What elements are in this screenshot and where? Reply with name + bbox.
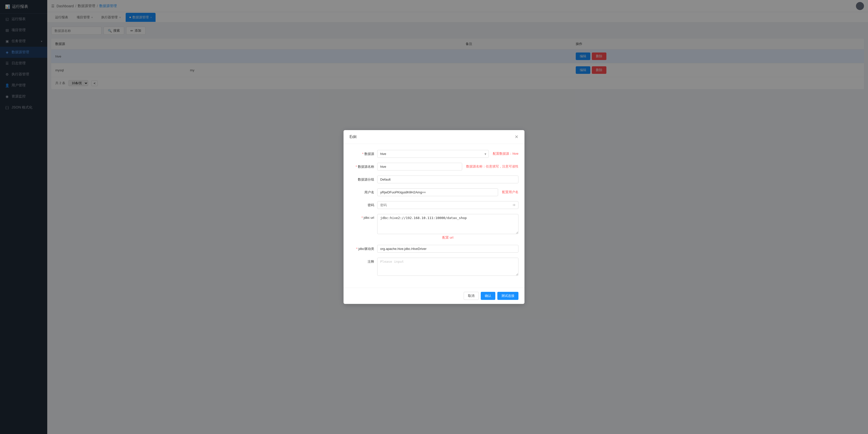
edit-modal: Edit ✕ 数据源 hive ▾ 配置数据源：hive [344, 130, 524, 304]
username-field-wrap [377, 188, 498, 196]
username-control-wrap: 配置用户名 [377, 188, 519, 196]
password-field-wrap: 👁 [377, 201, 519, 209]
comment-control-wrap [377, 258, 519, 276]
comment-textarea[interactable] [377, 258, 519, 276]
jdbc-driver-input[interactable] [377, 245, 519, 253]
modal-body: 数据源 hive ▾ 配置数据源：hive 数据源名称 [344, 144, 524, 288]
datasource-control-wrap: hive ▾ 配置数据源：hive [377, 150, 519, 158]
form-row-datasource: 数据源 hive ▾ 配置数据源：hive [349, 150, 519, 158]
form-row-jdbc-driver: jdbc驱动类 [349, 245, 519, 253]
datasource-name-input[interactable] [377, 163, 462, 170]
datasource-name-hint: 数据源名称：任意填写，注意可读性 [466, 163, 519, 169]
modal-footer: 取消 确认 测试连接 [344, 288, 524, 304]
datasource-select[interactable]: hive [377, 150, 489, 158]
modal-close-button[interactable]: ✕ [515, 134, 519, 140]
password-label: 密码 [349, 201, 377, 207]
datasource-name-label: 数据源名称 [349, 163, 377, 169]
datasource-group-input[interactable] [377, 175, 519, 183]
test-connection-button[interactable]: 测试连接 [497, 292, 519, 300]
form-row-datasource-name: 数据源名称 数据源名称：任意填写，注意可读性 [349, 163, 519, 170]
datasource-group-field-wrap [377, 175, 519, 183]
jdbc-driver-control-wrap [377, 245, 519, 253]
jdbc-url-label: jdbc url [349, 214, 377, 220]
datasource-group-control-wrap [377, 175, 519, 183]
cancel-button[interactable]: 取消 [464, 292, 479, 300]
jdbc-url-textarea[interactable] [377, 214, 519, 234]
jdbc-driver-label: jdbc驱动类 [349, 245, 377, 251]
username-hint: 配置用户名 [502, 188, 519, 194]
datasource-select-wrap: hive ▾ [377, 150, 489, 158]
modal-title: Edit [349, 135, 356, 139]
form-row-username: 用户名 配置用户名 [349, 188, 519, 196]
username-input[interactable] [377, 188, 498, 196]
jdbc-driver-field-wrap [377, 245, 519, 253]
datasource-hint: 配置数据源：hive [493, 150, 519, 156]
datasource-name-control-wrap: 数据源名称：任意填写，注意可读性 [377, 163, 519, 170]
confirm-button[interactable]: 确认 [481, 292, 495, 300]
jdbc-url-control-wrap: 配置 url [377, 214, 519, 240]
form-row-password: 密码 👁 [349, 201, 519, 209]
eye-icon[interactable]: 👁 [513, 203, 516, 207]
comment-field-wrap [377, 258, 519, 276]
datasource-group-label: 数据源分组 [349, 175, 377, 182]
form-row-jdbc-url: jdbc url 配置 url [349, 214, 519, 240]
form-row-datasource-group: 数据源分组 [349, 175, 519, 183]
comment-label: 注释 [349, 258, 377, 264]
password-control-wrap: 👁 [377, 201, 519, 209]
password-input[interactable] [377, 201, 519, 209]
datasource-label: 数据源 [349, 150, 377, 156]
datasource-name-field-wrap [377, 163, 462, 170]
modal-header: Edit ✕ [344, 130, 524, 144]
username-label: 用户名 [349, 188, 377, 195]
modal-overlay[interactable]: Edit ✕ 数据源 hive ▾ 配置数据源：hive [0, 0, 868, 434]
form-row-comment: 注释 [349, 258, 519, 276]
datasource-select-container: hive ▾ [377, 150, 489, 158]
password-input-wrap: 👁 [377, 201, 519, 209]
jdbc-url-field-wrap: 配置 url [377, 214, 519, 240]
